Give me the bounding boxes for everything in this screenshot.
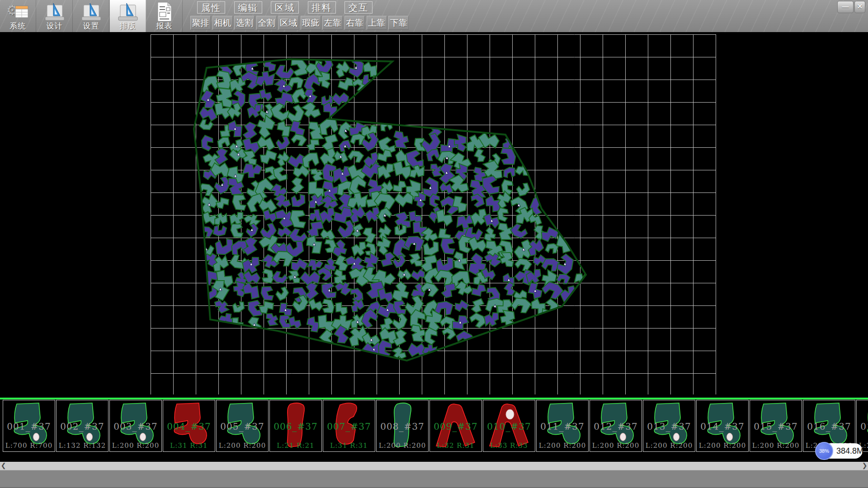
piece-thumbnail-007_#37[interactable]: 007_#37L:31 R:31 xyxy=(323,400,375,452)
piece-lr-label: L:200 R:200 xyxy=(750,441,802,450)
close-icon: ✕ xyxy=(857,3,863,10)
tool-下靠-9[interactable]: 下靠 xyxy=(388,16,409,30)
ribbon-toolbar: ⚙系统设计设置排版报表 属性编辑区域排料交互 聚排相机选割全割区域瑕疵左靠右靠上… xyxy=(0,0,868,33)
piece-id-label: 007_#37 xyxy=(323,421,375,432)
gear-table-icon: ⚙ xyxy=(5,1,31,22)
memory-value: 384.8M xyxy=(836,446,863,456)
ruler-icon xyxy=(80,1,102,22)
piece-lr-label: L:200 R:200 xyxy=(110,441,161,450)
piece-thumbnail-009_#37[interactable]: 009_#37L:32 R:31 xyxy=(429,400,482,452)
big-button-系统[interactable]: ⚙系统 xyxy=(0,0,36,32)
piece-lr-label: L:700 R:700 xyxy=(3,441,55,450)
report-icon xyxy=(154,1,175,22)
piece-lr-label: L:200 R:200 xyxy=(643,441,695,450)
progress-percent: 38% xyxy=(819,448,829,454)
piece-id-label: 005_#37 xyxy=(217,421,268,432)
piece-thumbnail-strip: 001_#37L:700 R:700002_#37L:132 R:132003_… xyxy=(0,399,868,462)
tool-相机-1[interactable]: 相机 xyxy=(212,16,233,30)
big-button-label: 系统 xyxy=(0,21,36,31)
piece-id-label: 001_#37 xyxy=(3,421,55,432)
tool-左靠-6[interactable]: 左靠 xyxy=(322,16,343,30)
big-button-设置[interactable]: 设置 xyxy=(73,0,109,32)
piece-id-label: 012_#37 xyxy=(590,421,642,432)
piece-thumbnail-005_#37[interactable]: 005_#37L:200 R:200 xyxy=(216,400,269,452)
piece-id-label: 017_#37 xyxy=(857,421,868,432)
piece-lr-label: L:31 R:31 xyxy=(323,441,375,450)
piece-id-label: 010_#37 xyxy=(483,421,535,432)
big-button-设计[interactable]: 设计 xyxy=(37,0,73,32)
piece-lr-label: L:132 R:132 xyxy=(57,441,108,450)
big-button-label: 报表 xyxy=(146,21,182,31)
piece-lr-label: L:200 R:200 xyxy=(537,441,588,450)
piece-thumbnail-013_#37[interactable]: 013_#37L:200 R:200 xyxy=(643,400,695,452)
tool-瑕疵-5[interactable]: 瑕疵 xyxy=(301,16,321,30)
menu-编辑[interactable]: 编辑 xyxy=(234,1,262,14)
piece-thumbnail-015_#37[interactable]: 015_#37L:200 R:200 xyxy=(750,400,802,452)
nesting-canvas[interactable] xyxy=(0,32,868,398)
piece-id-label: 003_#37 xyxy=(110,421,161,432)
piece-lr-label: L:200 R:200 xyxy=(590,441,642,450)
piece-id-label: 013_#37 xyxy=(643,421,695,432)
ruler-icon xyxy=(117,1,139,22)
piece-id-label: 014_#37 xyxy=(697,421,748,432)
big-button-label: 设计 xyxy=(37,21,72,31)
ruler-icon xyxy=(44,1,66,22)
piece-lr-label: L:200 R:200 xyxy=(377,441,428,450)
piece-lr-label: L:32 R:31 xyxy=(430,441,481,450)
piece-thumbnail-001_#37[interactable]: 001_#37L:700 R:700 xyxy=(3,400,55,452)
scroll-right-icon[interactable]: ❯ xyxy=(861,462,868,470)
piece-thumbnail-012_#37[interactable]: 012_#37L:200 R:200 xyxy=(590,400,642,452)
minimize-button[interactable]: — xyxy=(837,1,854,13)
scroll-left-icon[interactable]: ❮ xyxy=(0,462,7,470)
piece-thumbnail-006_#37[interactable]: 006_#37L:21 R:21 xyxy=(269,400,322,452)
menu-区域[interactable]: 区域 xyxy=(271,1,299,14)
tool-上靠-8[interactable]: 上靠 xyxy=(367,16,387,30)
piece-thumbnail-008_#37[interactable]: 008_#37L:200 R:200 xyxy=(376,400,429,452)
piece-thumbnail-011_#37[interactable]: 011_#37L:200 R:200 xyxy=(536,400,589,452)
piece-thumbnail-004_#37[interactable]: 004_#37L:31 R:31 xyxy=(163,400,215,452)
status-bar xyxy=(0,470,868,488)
piece-id-label: 015_#37 xyxy=(750,421,802,432)
tool-聚排-0[interactable]: 聚排 xyxy=(190,16,211,30)
piece-lr-label: L:200 R:200 xyxy=(217,441,268,450)
big-button-排版[interactable]: 排版 xyxy=(110,0,146,32)
tool-区域-4[interactable]: 区域 xyxy=(278,16,299,30)
tool-全割-3[interactable]: 全割 xyxy=(256,16,277,30)
piece-id-label: 008_#37 xyxy=(377,421,428,432)
progress-circle: 38% xyxy=(815,442,833,460)
piece-id-label: 002_#37 xyxy=(57,421,108,432)
big-button-label: 排版 xyxy=(110,21,146,31)
piece-thumbnail-010_#37[interactable]: 010_#37L:33 R:33 xyxy=(483,400,535,452)
piece-id-label: 016_#37 xyxy=(803,421,855,432)
piece-thumbnail-014_#37[interactable]: 014_#37L:200 R:200 xyxy=(696,400,749,452)
close-button[interactable]: ✕ xyxy=(854,1,865,13)
menu-排料[interactable]: 排料 xyxy=(308,1,336,14)
tool-右靠-7[interactable]: 右靠 xyxy=(344,16,365,30)
piece-thumbnail-002_#37[interactable]: 002_#37L:132 R:132 xyxy=(56,400,108,452)
tool-选割-2[interactable]: 选割 xyxy=(234,16,255,30)
memory-badge[interactable]: 38% 384.8M xyxy=(816,443,863,459)
piece-id-label: 011_#37 xyxy=(537,421,588,432)
piece-lr-label: L:31 R:31 xyxy=(163,441,215,450)
horizontal-scrollbar[interactable]: ❮ ❯ xyxy=(0,462,868,470)
piece-id-label: 009_#37 xyxy=(430,421,481,432)
menu-属性[interactable]: 属性 xyxy=(197,1,225,14)
menu-交互[interactable]: 交互 xyxy=(344,1,373,14)
piece-id-label: 004_#37 xyxy=(163,421,215,432)
piece-lr-label: L:200 R:200 xyxy=(697,441,748,450)
piece-lr-label: L:21 R:21 xyxy=(270,441,321,450)
big-button-报表[interactable]: 报表 xyxy=(146,0,183,32)
big-button-label: 设置 xyxy=(73,21,109,31)
minimize-icon: — xyxy=(842,3,849,10)
piece-id-label: 006_#37 xyxy=(270,421,321,432)
piece-thumbnail-003_#37[interactable]: 003_#37L:200 R:200 xyxy=(109,400,162,452)
app-window: { "window": { "minimize_glyph": "—", "cl… xyxy=(0,0,868,488)
piece-lr-label: L:33 R:33 xyxy=(483,441,535,450)
